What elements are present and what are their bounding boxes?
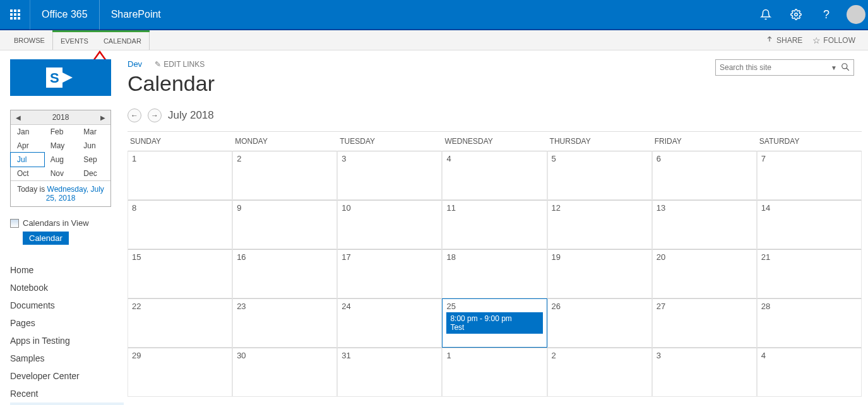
day-cell[interactable]: 20	[652, 249, 757, 298]
day-number: 23	[237, 302, 333, 311]
day-header: SUNDAY	[128, 132, 232, 151]
follow-button[interactable]: ☆ FOLLOW	[812, 35, 855, 45]
day-number: 1	[132, 154, 228, 163]
notifications-icon[interactable]	[751, 0, 781, 30]
site-logo[interactable]: S	[10, 59, 111, 96]
month-cell[interactable]: Sep	[77, 153, 110, 167]
day-cell[interactable]: 17	[337, 249, 442, 298]
day-cell[interactable]: 6	[652, 151, 757, 200]
day-cell[interactable]: 22	[128, 298, 232, 348]
month-cell[interactable]: Jul	[11, 153, 44, 167]
avatar[interactable]	[847, 5, 865, 24]
app-launcher-icon[interactable]	[0, 0, 30, 30]
prev-month-button[interactable]: ←	[128, 109, 141, 122]
month-cell[interactable]: Apr	[11, 139, 44, 153]
day-cell[interactable]: 4	[442, 151, 547, 200]
quick-launch-item[interactable]: Pages	[10, 314, 124, 332]
day-number: 13	[657, 203, 752, 213]
search-scope-dropdown-icon[interactable]: ▼	[831, 64, 837, 71]
calendar-overlay-chip[interactable]: Calendar	[23, 232, 69, 245]
day-cell[interactable]: 1	[442, 348, 547, 397]
day-cell[interactable]: 9	[232, 200, 337, 249]
ribbon-tab-browse[interactable]: BROWSE	[6, 30, 52, 50]
quick-launch-item[interactable]: Samples	[10, 349, 124, 367]
day-cell[interactable]: 13	[652, 200, 757, 249]
day-cell[interactable]: 23	[232, 298, 337, 348]
day-header: WEDNESDAY	[442, 132, 547, 151]
next-month-button[interactable]: →	[148, 109, 162, 122]
brand-label[interactable]: Office 365	[30, 0, 100, 30]
day-cell[interactable]: 4	[757, 348, 862, 397]
calendar-body: 1234567891011121314151617181920212223242…	[128, 151, 862, 397]
next-year-icon[interactable]: ▶	[100, 114, 105, 121]
day-number: 2	[237, 154, 333, 163]
month-cell[interactable]: Mar	[77, 125, 110, 139]
mini-date-picker: ◀ 2018 ▶ JanFebMarAprMayJunJulAugSepOctN…	[10, 110, 111, 207]
day-cell[interactable]: 29	[128, 348, 232, 397]
quick-launch-subitem[interactable]: Calendar	[10, 402, 124, 405]
ribbon-tab-calendar[interactable]: CALENDAR	[96, 32, 150, 50]
edit-links-button[interactable]: ✎ EDIT LINKS	[155, 60, 205, 69]
quick-launch-item[interactable]: Recent	[10, 385, 124, 402]
month-grid: JanFebMarAprMayJunJulAugSepOctNovDec	[11, 125, 110, 180]
day-cell[interactable]: 19	[547, 249, 652, 298]
day-number: 12	[552, 203, 648, 213]
day-cell[interactable]: 27	[652, 298, 757, 348]
day-cell[interactable]: 3	[652, 348, 757, 397]
svg-rect-0	[10, 9, 13, 12]
month-cell[interactable]: Nov	[44, 167, 78, 180]
month-cell[interactable]: Oct	[11, 167, 44, 180]
search-go-icon[interactable]	[841, 62, 850, 73]
gear-icon[interactable]	[781, 0, 811, 30]
day-number: 5	[552, 154, 648, 163]
day-number: 8	[132, 203, 228, 213]
day-cell[interactable]: 12	[547, 200, 652, 249]
quick-launch-item[interactable]: Documents	[10, 296, 124, 314]
day-cell[interactable]: 21	[757, 249, 862, 298]
day-cell[interactable]: 2	[232, 151, 337, 200]
month-cell[interactable]: Aug	[44, 153, 78, 167]
prev-year-icon[interactable]: ◀	[16, 114, 21, 121]
day-cell[interactable]: 1	[128, 151, 232, 200]
day-number: 28	[761, 302, 857, 311]
month-cell[interactable]: May	[44, 139, 78, 153]
app-label[interactable]: SharePoint	[100, 9, 172, 20]
day-cell[interactable]: 258:00 pm - 9:00 pmTest	[442, 298, 547, 348]
month-cell[interactable]: Jan	[11, 125, 44, 139]
day-cell[interactable]: 18	[442, 249, 547, 298]
day-cell[interactable]: 11	[442, 200, 547, 249]
ribbon-tab-events[interactable]: EVENTS	[52, 32, 96, 50]
day-cell[interactable]: 3	[337, 151, 442, 200]
share-button[interactable]: SHARE	[765, 36, 802, 45]
month-cell[interactable]: Jun	[77, 139, 110, 153]
day-cell[interactable]: 14	[757, 200, 862, 249]
day-cell[interactable]: 24	[337, 298, 442, 348]
day-cell[interactable]: 2	[547, 348, 652, 397]
today-link[interactable]: Wednesday, July 25, 2018	[46, 185, 104, 202]
day-cell[interactable]: 7	[757, 151, 862, 200]
day-cell[interactable]: 26	[547, 298, 652, 348]
search-box[interactable]: ▼	[715, 59, 854, 76]
quick-launch-item[interactable]: Apps in Testing	[10, 332, 124, 349]
month-cell[interactable]: Dec	[77, 167, 110, 180]
svg-text:S: S	[50, 70, 59, 86]
month-cell[interactable]: Feb	[44, 125, 78, 139]
day-cell[interactable]: 16	[232, 249, 337, 298]
quick-launch-item[interactable]: Home	[10, 261, 124, 279]
quick-launch-item[interactable]: Notebook	[10, 279, 124, 296]
day-cell[interactable]: 30	[232, 348, 337, 397]
day-cell[interactable]: 8	[128, 200, 232, 249]
svg-line-13	[847, 68, 849, 70]
day-cell[interactable]: 5	[547, 151, 652, 200]
day-cell[interactable]: 31	[337, 348, 442, 397]
day-cell[interactable]: 10	[337, 200, 442, 249]
calendar-event[interactable]: 8:00 pm - 9:00 pmTest	[446, 312, 542, 334]
day-cell[interactable]: 15	[128, 249, 232, 298]
quick-launch-item[interactable]: Developer Center	[10, 367, 124, 385]
search-input[interactable]	[720, 63, 831, 72]
day-number: 21	[761, 252, 857, 262]
help-icon[interactable]: ?	[811, 0, 841, 30]
breadcrumb[interactable]: Dev	[128, 59, 142, 69]
event-title: Test	[450, 323, 538, 332]
day-cell[interactable]: 28	[757, 298, 862, 348]
